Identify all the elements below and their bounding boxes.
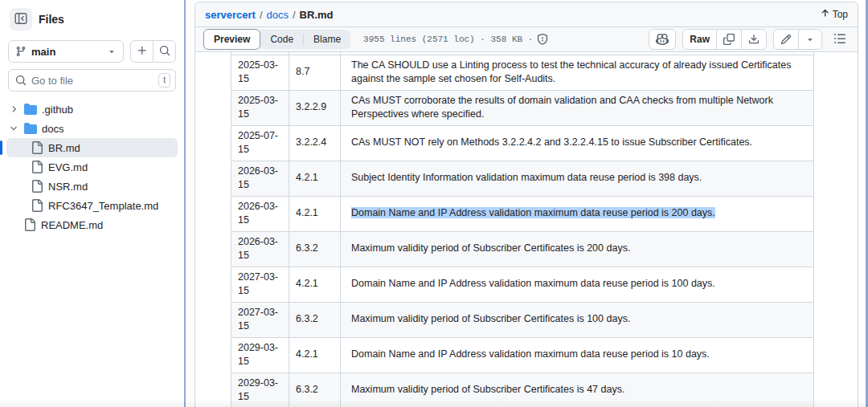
- cell-description: Domain Name and IP Address validation ma…: [341, 196, 814, 231]
- branch-name: main: [31, 46, 55, 58]
- cell-description: The CA SHOULD use a Linting process to t…: [341, 55, 814, 90]
- cell-section: 6.3.2: [289, 231, 341, 267]
- cell-section: 4.2.1: [289, 267, 341, 302]
- breadcrumb-row: servercert/docs/BR.md Top: [195, 2, 858, 27]
- top-link-label: Top: [833, 9, 848, 20]
- download-raw-button[interactable]: [741, 29, 767, 50]
- tree-item-label: RFC3647_Template.md: [48, 200, 158, 212]
- file-tree: .githubdocsBR.mdEVG.mdNSR.mdRFC3647_Temp…: [0, 92, 184, 234]
- tree-item-label: .github: [42, 104, 73, 116]
- tree-item-readme-md[interactable]: README.md: [6, 215, 178, 234]
- cell-date: 2026-03-15: [231, 161, 289, 196]
- cell-section: 3.2.2.4: [289, 125, 341, 161]
- download-icon: [748, 34, 760, 45]
- list-unordered-icon: [833, 32, 846, 47]
- github-file-view: Files main: [0, 0, 868, 407]
- copilot-button[interactable]: [649, 29, 676, 50]
- file-icon: [31, 199, 43, 212]
- file-icon: [31, 141, 43, 154]
- cell-description: Maximum validity period of Subscriber Ce…: [341, 231, 814, 267]
- tree-item-br-md[interactable]: BR.md: [6, 138, 178, 157]
- markdown-preview: 2025-03-158.7The CA SHOULD use a Linting…: [195, 52, 858, 407]
- go-to-file-search: t: [8, 69, 176, 92]
- table-row: 2029-03-156.3.2Maximum validity period o…: [231, 372, 814, 407]
- table-row: 2025-03-158.7The CA SHOULD use a Linting…: [231, 55, 814, 90]
- copilot-icon: [656, 33, 669, 46]
- tab-code[interactable]: Code: [260, 30, 303, 49]
- file-icon: [31, 161, 43, 173]
- file-icon: [31, 180, 43, 193]
- tree-item-nsr-md[interactable]: NSR.md: [6, 177, 178, 196]
- back-to-top-link[interactable]: Top: [820, 8, 848, 21]
- cell-date: 2025-03-15: [231, 55, 289, 90]
- search-icon: [15, 75, 27, 86]
- arrow-up-icon: [820, 8, 830, 21]
- pencil-icon: [780, 34, 792, 45]
- breadcrumb-servercert[interactable]: servercert: [205, 9, 256, 21]
- sidebar-controls: main: [0, 34, 184, 63]
- sidebar-collapse-icon: [14, 12, 27, 27]
- cell-description: Domain Name and IP Address validation ma…: [341, 337, 814, 372]
- tree-action-buttons: [130, 40, 176, 63]
- file-toolbar: PreviewCodeBlame 3955 lines (2571 loc) ·…: [195, 27, 858, 52]
- cell-date: 2029-03-15: [231, 337, 289, 372]
- chevron-down-icon: [107, 47, 117, 56]
- toolbar-actions: Raw: [649, 29, 851, 50]
- tab-preview[interactable]: Preview: [203, 29, 260, 50]
- file-tree-sidebar: Files main: [0, 0, 184, 407]
- sidebar-resize-handle[interactable]: [184, 0, 186, 407]
- shortcut-key-badge: t: [158, 73, 170, 88]
- history-table: 2025-03-158.7The CA SHOULD use a Linting…: [231, 52, 814, 407]
- file-info-text: 3955 lines (2571 loc) · 358 KB ·: [363, 35, 533, 44]
- chevron-right-icon: [8, 104, 19, 114]
- table-row: 2026-03-156.3.2Maximum validity period o…: [231, 231, 814, 267]
- cell-description: Subject Identity Information validation …: [341, 161, 814, 196]
- tree-item-label: README.md: [41, 219, 103, 231]
- tree-item-label: docs: [42, 123, 63, 135]
- breadcrumb-docs[interactable]: docs: [267, 9, 289, 21]
- sidebar-header: Files: [0, 0, 184, 34]
- tree-item-label: EVG.md: [48, 161, 88, 173]
- tree-item-label: NSR.md: [48, 181, 88, 193]
- cell-date: 2027-03-15: [231, 267, 289, 302]
- go-to-file-input[interactable]: [31, 75, 154, 87]
- tree-item-rfc3647-template-md[interactable]: RFC3647_Template.md: [6, 196, 178, 215]
- raw-actions-group: Raw: [682, 29, 767, 50]
- edit-dropdown-button[interactable]: [798, 29, 822, 50]
- cell-section: 8.7: [289, 55, 341, 90]
- folder-icon: [24, 103, 37, 116]
- breadcrumb-br-md: BR.md: [300, 9, 334, 21]
- file-icon: [23, 218, 36, 231]
- cell-section: 3.2.2.9: [289, 90, 341, 125]
- tab-blame[interactable]: Blame: [304, 30, 350, 49]
- view-mode-tabs: PreviewCodeBlame: [203, 30, 350, 49]
- breadcrumb-separator: /: [260, 9, 263, 21]
- new-file-button[interactable]: [130, 40, 154, 63]
- raw-button[interactable]: Raw: [682, 29, 717, 50]
- tree-item--github[interactable]: .github: [6, 100, 178, 119]
- outline-button[interactable]: [829, 29, 851, 50]
- cell-description: Domain Name and IP Address validation ma…: [341, 267, 814, 302]
- cell-section: 6.3.2: [289, 302, 341, 337]
- tree-item-docs[interactable]: docs: [6, 119, 178, 138]
- edit-file-button[interactable]: [773, 29, 799, 50]
- collapse-sidebar-button[interactable]: [10, 8, 32, 31]
- edit-actions-group: [773, 29, 822, 50]
- table-row: 2026-03-154.2.1Subject Identity Informat…: [231, 161, 814, 196]
- chevron-down-icon: [8, 124, 19, 133]
- tree-item-evg-md[interactable]: EVG.md: [6, 157, 178, 177]
- copy-icon: [723, 34, 735, 45]
- table-row: 2027-03-154.2.1Domain Name and IP Addres…: [231, 267, 814, 302]
- cell-date: 2026-03-15: [231, 196, 289, 231]
- branch-selector-button[interactable]: main: [8, 40, 124, 63]
- file-info: 3955 lines (2571 loc) · 358 KB ·: [363, 34, 548, 45]
- chevron-down-icon: [805, 35, 815, 44]
- cell-description: Maximum validity period of Subscriber Ce…: [341, 372, 814, 407]
- selected-text: Domain Name and IP Address validation ma…: [351, 207, 715, 218]
- cell-description: Maximum validity period of Subscriber Ce…: [341, 302, 814, 337]
- copy-raw-button[interactable]: [716, 29, 742, 50]
- search-tree-button[interactable]: [153, 40, 176, 63]
- cell-date: 2026-03-15: [231, 231, 289, 267]
- table-row: 2025-07-153.2.2.4CAs MUST NOT rely on Me…: [231, 125, 814, 161]
- table-row: 2027-03-156.3.2Maximum validity period o…: [231, 302, 814, 337]
